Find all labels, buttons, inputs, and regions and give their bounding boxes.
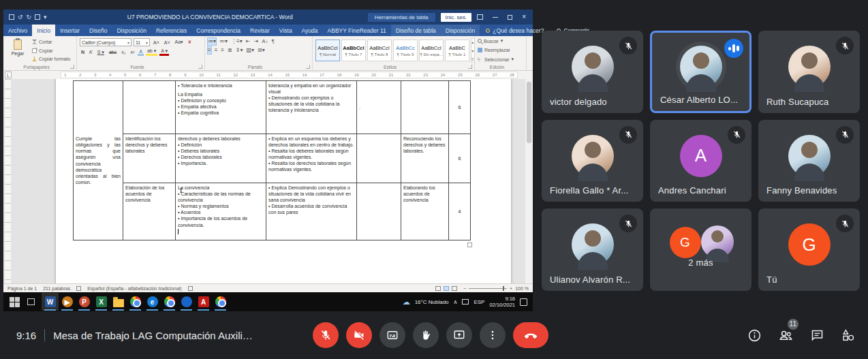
replace-button[interactable]: Reemplazar [478,48,523,52]
language-indicator[interactable]: Español (España - alfabetización tradici… [87,286,182,291]
bullets-button[interactable]: ≔▾ [208,38,216,45]
subscript-button[interactable]: x₂ [120,50,127,54]
text-effects-button[interactable]: A [138,49,144,56]
table-cell-hours[interactable]: 4 [449,183,471,240]
table-cell[interactable] [401,81,449,134]
taskbar-app-edge[interactable]: e [144,293,161,311]
font-color-button[interactable]: A ▾ [159,48,169,56]
bold-button[interactable]: N [80,50,86,54]
sign-in-button[interactable]: Inic. ses. [441,13,472,22]
pilcrow-button[interactable]: ¶ [271,38,274,45]
table-cell[interactable]: . [357,81,401,134]
table-cell[interactable] [357,183,401,240]
word-count[interactable]: 211 palabras [43,286,70,291]
borders-button[interactable]: ⊞▾ [258,47,265,54]
open-icon[interactable] [35,14,40,20]
participant-tile[interactable]: Ulianov Alvarón R... [542,208,643,291]
multilevel-list-button[interactable]: ⋮≡▾ [231,38,243,45]
clock[interactable]: 9:16 02/10/2021 [489,296,515,309]
print-layout-icon[interactable] [444,286,449,291]
style-titulo9[interactable]: AaBbCc¶ Título 9 [393,40,418,61]
save-icon[interactable] [9,14,14,20]
table-cell[interactable]: Elaboración de los acuerdos de convivenc… [123,183,176,240]
zoom-slider[interactable] [469,288,507,289]
meeting-details-button[interactable] [747,328,762,343]
activities-button[interactable] [841,328,856,343]
table-cell[interactable] [357,134,401,183]
increase-indent-button[interactable]: ⇥ [253,38,258,45]
font-dialog-launcher[interactable] [198,65,202,69]
find-button[interactable]: Buscar ▾ [478,38,523,44]
tellme-box[interactable]: ¿Qué desea hacer? [480,25,550,36]
grow-font-button[interactable]: A˄ [152,40,161,45]
participant-tile[interactable]: A Andres Canchari [650,120,751,202]
camera-toggle-button[interactable] [346,322,372,348]
tab-inicio[interactable]: Inicio [32,25,55,36]
mic-toggle-button[interactable] [313,322,339,348]
copy-button[interactable]: Copiar [32,48,70,53]
style-sin-espaciado[interactable]: AaBbCcI¶ Sin espa... [419,40,444,61]
taskbar-app-explorer[interactable] [110,293,127,311]
taskbar-app-media-app[interactable]: ▶ [59,293,76,311]
table-cell-hours[interactable]: 6 [449,81,471,134]
scrollbar-thumb[interactable] [527,82,531,143]
weather-text[interactable]: 16°C Nublado [415,299,449,305]
taskbar-app-powerpoint[interactable]: P [76,293,93,311]
macro-icon[interactable] [188,286,193,291]
paste-button[interactable]: Pegar [6,38,29,63]
tab-vista[interactable]: Vista [275,25,297,36]
page-indicator[interactable]: Página 1 de 1 [7,286,37,291]
select-button[interactable]: Seleccionar ▾ [478,57,523,62]
tab-referencias[interactable]: Referencias [151,25,191,36]
tab-diseno[interactable]: Diseño [84,25,112,36]
undo-icon[interactable]: ↺ [18,14,23,20]
document-scrollbar[interactable] [525,79,533,283]
font-size-combo[interactable]: 11▾ [134,38,150,46]
font-name-combo[interactable]: Calibri (Cuerpo)▾ [80,38,131,46]
minimize-icon[interactable] [493,17,498,18]
table-cell[interactable]: Elaborando los acuerdos de convivencia [401,183,449,240]
table-cell-hours[interactable]: 6 [449,134,471,183]
zoom-level[interactable]: 100 % [515,286,529,291]
taskbar-app-word[interactable]: W [42,293,59,311]
horizontal-ruler[interactable]: 1234567891011121314151617181920212223242… [61,72,518,78]
taskbar-app-chrome-2[interactable] [161,293,178,311]
styles-dialog-launcher[interactable] [468,65,472,69]
justify-button[interactable]: ≣ [228,47,232,54]
tab-correspondencia[interactable]: Correspondencia [191,25,245,36]
line-spacing-button[interactable]: ⇕▾ [236,47,243,54]
superscript-button[interactable]: x² [129,50,136,54]
styles-scrollbar[interactable]: ▴▾≡ [471,38,475,63]
tab-insertar[interactable]: Insertar [55,25,84,36]
restore-icon[interactable] [508,15,512,20]
present-screen-button[interactable] [446,322,472,348]
table-cell[interactable] [123,81,176,134]
keyboard-language[interactable]: ESP [474,299,484,305]
spellcheck-icon[interactable] [76,286,81,291]
align-center-button[interactable]: ≡ [215,47,218,54]
underline-button[interactable]: S ▾ [96,50,106,55]
zoom-in-icon[interactable]: + [510,286,512,291]
web-layout-icon[interactable] [452,286,457,291]
participant-tile[interactable]: victor delgado [542,31,643,113]
decrease-indent-button[interactable]: ⇤ [246,38,251,45]
action-center-icon[interactable] [520,298,527,306]
style-titulo1[interactable]: AaBbC¶ Título 1 [445,40,469,61]
participant-tile[interactable]: Fiorella Gallo * Ar... [542,120,643,202]
chat-button[interactable] [810,328,824,343]
table-cell[interactable]: Reconociendo los derechos y deberes labo… [401,134,449,183]
captions-button[interactable] [379,322,405,348]
vertical-ruler[interactable] [5,79,11,283]
tab-diseno-de-tabla[interactable]: Diseño de tabla [391,25,441,36]
participant-tile-speaking[interactable]: César Alberto LO... [650,31,751,113]
tab-ayuda[interactable]: Ayuda [297,25,323,36]
paragraph-dialog-launcher[interactable] [306,65,310,69]
display-tray-icon[interactable] [462,299,469,305]
strikethrough-button[interactable]: abc [108,50,118,54]
close-icon[interactable]: × [522,14,526,20]
read-mode-icon[interactable] [435,286,441,291]
tray-expand-icon[interactable]: ∧ [454,299,458,305]
table-cell[interactable]: Identificación los derechos y deberes la… [123,134,176,183]
tab-revisar[interactable]: Revisar [245,25,275,36]
tab-disposicion-tabla[interactable]: Disposición [441,25,480,36]
